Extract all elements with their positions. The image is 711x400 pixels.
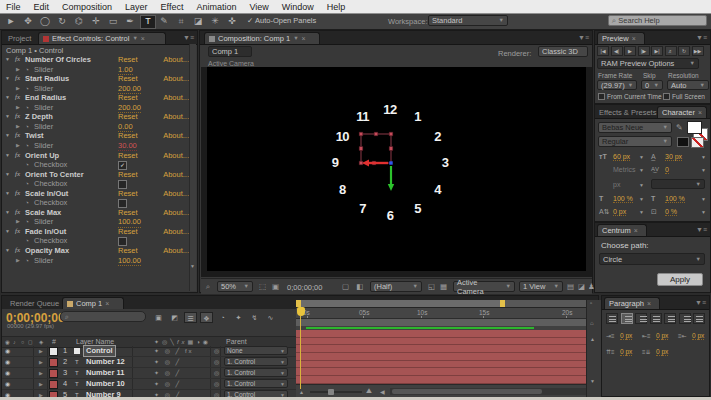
graph-editor-icon[interactable]: ∿ [264,312,277,323]
about-link[interactable]: About... [163,189,189,199]
eye-icon[interactable]: ◉ [5,368,10,378]
scroll-down-icon[interactable]: ▼ [190,263,195,269]
tab-effects-presets[interactable]: Effects & Presets [599,108,656,117]
about-link[interactable]: About... [163,131,189,141]
pan-behind-tool[interactable]: ✛ [89,15,103,27]
brush-tool[interactable]: ✎ [157,15,171,27]
scrollbar-thumb[interactable] [392,389,542,394]
stopwatch-icon[interactable]: ◔ [25,179,29,189]
indent-right-value[interactable]: 0 px [692,332,704,340]
roi-icon[interactable]: ◱ [428,282,435,291]
layer-switches[interactable]: ✦ ◎ ╱ [154,368,181,378]
rotate-tool[interactable]: ↻ [55,15,69,27]
label-color-swatch[interactable] [49,380,58,389]
play-button[interactable]: ▶ [624,46,636,56]
safe-areas-icon[interactable]: ⬚ [259,282,266,291]
effect-number-of-circles-slider[interactable]: ▶◔Slider1.00 [2,65,191,75]
expand-icon[interactable]: ▼ [5,55,10,65]
effect-end-radius-slider[interactable]: ▶◔Slider200.00 [2,103,191,113]
effect-z-depth-slider[interactable]: ▶◔Slider0.00 [2,122,191,132]
menu-layer[interactable]: Layer [125,2,148,12]
pin-tool[interactable]: ✜ [225,15,239,27]
effect-controls-scrollbar[interactable]: ▼ [189,44,196,291]
reset-link[interactable]: Reset [118,246,138,256]
parent-header[interactable]: Parent [226,338,247,345]
align-center-button[interactable] [621,313,633,324]
expand-icon[interactable]: ▼ [5,131,10,141]
camera-tool[interactable]: ⌬ [72,15,86,27]
fast-preview-icon[interactable]: ◪ [578,282,585,291]
view-layout-select[interactable]: 1 View▼ [519,281,563,292]
tab-centrum[interactable]: Centrum× [597,224,647,236]
indent-left-value[interactable]: 0 px [620,332,632,340]
label-color-swatch[interactable] [49,347,58,356]
first-frame-button[interactable]: |◀ [597,46,609,56]
fill-color-swatch[interactable] [687,121,702,134]
menu-effect[interactable]: Effect [161,2,184,12]
kerning-value[interactable]: Metrics [613,166,636,173]
zoom-tool[interactable]: ◯ [38,15,52,27]
apply-button[interactable]: Apply [657,273,703,286]
timeline-search-input[interactable]: ⌕ [60,311,146,322]
expand-icon[interactable]: ▶ [39,368,43,378]
tsume-dropdown-icon[interactable]: ▼ [701,209,706,215]
mask-tool[interactable]: ▭ [106,15,120,27]
expand-icon[interactable]: ▼ [5,189,10,199]
align-left-button[interactable] [606,313,618,324]
grid-icon[interactable]: ▣ [272,282,279,291]
parent-select[interactable]: 1. Control▼ [224,357,288,366]
vertical-scale-value[interactable]: 100 % [613,195,633,203]
layer-switches[interactable]: ✦ ◎ ╱ [154,357,181,367]
reset-link[interactable]: Reset [118,170,138,180]
frame-rate-select[interactable]: (29.97)▼ [597,80,637,90]
parent-pickwhip-icon[interactable]: ◎ [214,357,219,367]
parent-select[interactable]: None▼ [224,346,288,355]
panel-menu-icon[interactable]: ▼≡ [578,34,589,41]
panel-menu-icon[interactable]: ▼≡ [696,226,707,233]
transparency-grid-icon[interactable]: ▦ [440,282,447,291]
stopwatch-icon[interactable]: ◔ [25,84,29,94]
expand-icon[interactable]: ▼ [5,74,10,84]
parent-pickwhip-icon[interactable]: ◎ [214,379,219,389]
effect-orient-to-center-checkbox[interactable]: ◔Checkbox [2,179,191,189]
parent-pickwhip-icon[interactable]: ◎ [214,368,219,378]
font-size-dropdown-icon[interactable]: ▼ [639,154,644,160]
pixel-aspect-icon[interactable]: ▤ [567,282,574,291]
expand-icon[interactable]: ▶ [39,346,43,356]
stopwatch-icon[interactable]: ◔ [25,103,29,113]
effect-number-of-circles[interactable]: ▼fxNumber Of CirclesResetAbout... [2,55,191,65]
comp-marker-icon[interactable]: ▫ [590,300,592,306]
vertical-scale-dropdown-icon[interactable]: ▼ [639,196,644,202]
kerning-dropdown-icon[interactable]: ▼ [639,167,644,173]
layer-name-header[interactable]: Layer Name [76,338,114,345]
reset-link[interactable]: Reset [118,131,138,141]
ram-preview-options-select[interactable]: RAM Preview Options▼ [597,58,699,69]
renderer-button[interactable]: Classic 3D [538,46,588,57]
expand-icon[interactable]: ▶ [16,217,20,227]
expand-icon[interactable]: ▶ [16,103,20,113]
parent-select[interactable]: 1. Control▼ [224,379,288,388]
stopwatch-icon[interactable]: ◔ [25,122,29,132]
expand-icon[interactable]: ▼ [5,208,10,218]
tab-render-queue[interactable]: Render Queue [10,299,59,308]
horizontal-scale-value[interactable]: 100 % [665,195,685,203]
expand-icon[interactable]: ▼ [5,227,10,237]
stroke-width-value[interactable]: px [613,181,620,188]
effect-orient-up[interactable]: ▼fxOrient UpResetAbout... [2,151,191,161]
hand-tool[interactable]: ✥ [21,15,35,27]
effect-start-radius[interactable]: ▼fxStart RadiusResetAbout... [2,74,191,84]
label-color-swatch[interactable] [49,369,58,378]
tab-effect-controls[interactable]: Effect Controls: Control▼× [38,32,166,44]
expand-icon[interactable]: ▶ [16,256,20,266]
panel-menu-icon[interactable]: ▼≡ [183,34,194,41]
tracking-value[interactable]: 0 [665,166,669,174]
work-area-bar[interactable] [296,300,586,307]
reset-link[interactable]: Reset [118,151,138,161]
font-style-select[interactable]: Regular▼ [598,136,672,147]
motion-blur-icon[interactable]: ◔ [216,312,229,323]
pen-tool[interactable]: ✒ [123,15,137,27]
eye-icon[interactable]: ◉ [5,346,10,356]
align-right-button[interactable] [635,313,647,324]
expand-icon[interactable]: ▶ [39,357,43,367]
effect-start-radius-slider[interactable]: ▶◔Slider200.00 [2,84,191,94]
